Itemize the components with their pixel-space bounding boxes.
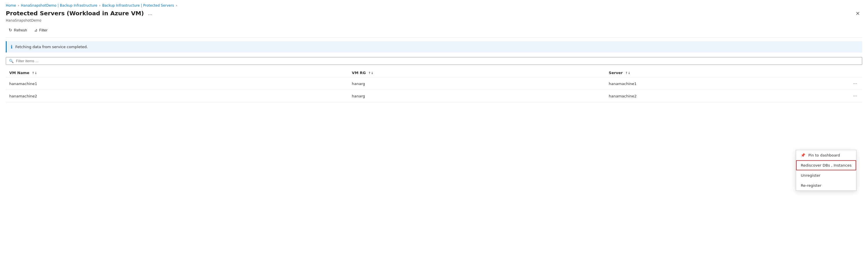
context-menu-item-0[interactable]: 📌Pin to dashboard [796,150,856,160]
context-menu-item-1[interactable]: Rediscover DBs , Instances [796,160,856,170]
info-banner: ℹ Fetching data from service completed. [6,41,862,52]
breadcrumb: Home › HanaSnapshotDemo | Backup Infrast… [6,3,862,7]
cell-server: hanamachine2 [606,90,819,102]
col-header-server[interactable]: Server ↑↓ [606,68,819,78]
cell-vm-rg: hanarg [348,78,606,90]
breadcrumb-sep-1: › [18,3,19,7]
info-icon: ℹ [11,44,12,49]
cell-vm-rg: hanarg [348,90,606,102]
cell-actions: ··· [819,78,862,90]
context-menu-item-0-icon: 📌 [801,153,805,157]
context-menu-item-2-label: Unregister [801,173,820,178]
context-menu: 📌Pin to dashboardRediscover DBs , Instan… [796,150,857,191]
sort-server-icon: ↑↓ [625,71,630,75]
page-title: Protected Servers (Workload in Azure VM) [6,10,144,17]
context-menu-item-3[interactable]: Re-register [796,180,856,190]
cell-server: hanamachine1 [606,78,819,90]
col-header-vm-name[interactable]: VM Name ↑↓ [6,68,348,78]
page-header: Protected Servers (Workload in Azure VM)… [6,10,862,17]
toolbar: ↻ Refresh ⊿ Filter [6,26,862,34]
table-row: hanamachine2hanarghanamachine2··· [6,90,862,102]
col-header-actions [819,68,862,78]
col-header-vm-rg[interactable]: VM RG ↑↓ [348,68,606,78]
sort-vm-rg-icon: ↑↓ [368,71,373,75]
page-title-area: Protected Servers (Workload in Azure VM)… [6,10,154,17]
sort-vm-name-icon: ↑↓ [32,71,37,75]
refresh-icon: ↻ [9,28,12,32]
filter-button[interactable]: ⊿ Filter [31,26,51,34]
breadcrumb-home[interactable]: Home [6,3,16,7]
page-subtitle: HanaSnapshotDemo [6,18,862,23]
row-2-actions-button[interactable]: ··· [851,93,859,99]
breadcrumb-backup-infra[interactable]: HanaSnapshotDemo | Backup Infrastructure [21,3,97,7]
cell-actions: ··· [819,90,862,102]
breadcrumb-protected-servers[interactable]: Backup Infrastructure | Protected Server… [102,3,174,7]
row-1-actions-button[interactable]: ··· [851,80,859,87]
page-container: Home › HanaSnapshotDemo | Backup Infrast… [0,0,868,260]
filter-icon: ⊿ [34,28,37,32]
context-menu-item-1-label: Rediscover DBs , Instances [801,163,851,168]
context-menu-item-3-label: Re-register [801,183,821,188]
refresh-label: Refresh [14,28,27,32]
info-message: Fetching data from service completed. [15,45,88,49]
search-icon: 🔍 [9,59,13,63]
cell-vm-name: hanamachine1 [6,78,348,90]
close-button[interactable]: ✕ [853,10,862,17]
data-table: VM Name ↑↓ VM RG ↑↓ Server ↑↓ hanamachin… [6,68,862,102]
filter-input[interactable] [16,59,859,63]
filter-bar[interactable]: 🔍 [6,57,862,65]
page-ellipsis-button[interactable]: ... [146,10,154,17]
refresh-button[interactable]: ↻ Refresh [6,26,30,34]
table-header-row: VM Name ↑↓ VM RG ↑↓ Server ↑↓ [6,68,862,78]
cell-vm-name: hanamachine2 [6,90,348,102]
table-row: hanamachine1hanarghanamachine1··· [6,78,862,90]
breadcrumb-sep-2: › [99,3,100,7]
filter-label: Filter [39,28,48,32]
context-menu-item-2[interactable]: Unregister [796,170,856,180]
breadcrumb-sep-3: › [176,3,177,7]
context-menu-item-0-label: Pin to dashboard [808,153,840,157]
toolbar-divider [6,37,862,38]
